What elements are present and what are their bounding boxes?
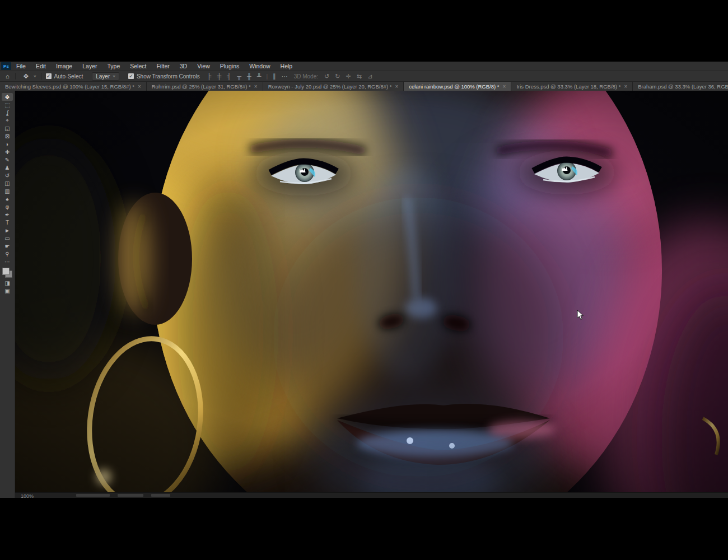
menu-3d[interactable]: 3D	[175, 63, 192, 69]
menu-file[interactable]: File	[11, 63, 31, 69]
menu-edit[interactable]: Edit	[31, 63, 51, 69]
doc-info-blob	[76, 494, 110, 497]
screen: Ps File Edit Image Layer Type Select Fil…	[0, 0, 728, 560]
more-align-options-icon[interactable]: ⋯	[279, 73, 291, 80]
history-brush-tool[interactable]: ↺	[2, 171, 13, 179]
auto-select-label: Auto-Select	[54, 73, 83, 80]
blur-tool[interactable]: ♠	[2, 195, 13, 203]
workspace: ✥ ⬚ ʆ ⌖ ◱ ⊠ ◗ ✚ ✎ ♟ ↺ ◫ ▥ ♠ φ ✒ T ► ▭ ☛	[0, 91, 728, 498]
menu-help[interactable]: Help	[276, 63, 298, 69]
screen-mode-button[interactable]: ▣	[2, 287, 13, 295]
doc-tab-roxweyn-july-20[interactable]: Roxweyn - July 20.psd @ 25% (Layer 20, R…	[263, 82, 404, 91]
options-bar: ⌂ ✥ ˅ ✓ Auto-Select Layer ˅ ✓ Show Trans…	[0, 71, 728, 82]
document-tab-bar: Bewitching Sleeves.psd @ 100% (Layer 15,…	[0, 82, 728, 91]
brush-tool[interactable]: ✎	[2, 156, 13, 164]
gradient-tool[interactable]: ▥	[2, 187, 13, 195]
clone-stamp-tool[interactable]: ♟	[2, 164, 13, 171]
doc-tab-bewitching-sleeves[interactable]: Bewitching Sleeves.psd @ 100% (Layer 15,…	[0, 82, 147, 91]
auto-select-option[interactable]: ✓ Auto-Select	[41, 73, 88, 80]
zoom-level-field[interactable]: 100%	[15, 493, 37, 498]
doc-tab-celani-rainbow-active[interactable]: celani rainbow.psd @ 100% (RGB/8) * ×	[404, 82, 511, 91]
menu-window[interactable]: Window	[244, 63, 275, 69]
menu-type[interactable]: Type	[102, 63, 125, 69]
tab-label: Braham.psd @ 33.3% (Layer 36, RGB/8) *	[638, 83, 728, 90]
zoom-tool[interactable]: ⚲	[2, 250, 13, 258]
status-bar: 100%	[15, 492, 728, 498]
document-canvas[interactable]: 100%	[15, 91, 728, 498]
3d-mode-label: 3D Mode:	[291, 73, 321, 80]
3d-orbit-icon[interactable]: ↺	[321, 73, 332, 80]
home-icon[interactable]: ⌂	[0, 73, 16, 80]
auto-select-target-dropdown[interactable]: Layer ˅	[92, 72, 119, 81]
menu-bar: Ps File Edit Image Layer Type Select Fil…	[0, 62, 728, 71]
photoshop-logo: Ps	[1, 62, 11, 70]
3d-pan-icon[interactable]: ✛	[343, 73, 353, 80]
doc-tab-braham[interactable]: Braham.psd @ 33.3% (Layer 36, RGB/8) * ×	[633, 82, 728, 91]
close-icon[interactable]: ×	[254, 83, 258, 90]
tab-label: Rohrrim.psd @ 25% (Layer 31, RGB/8#) *	[152, 83, 251, 90]
rectangular-marquee-tool[interactable]: ⬚	[2, 101, 13, 109]
show-transform-option[interactable]: ✓ Show Transform Controls	[124, 73, 204, 80]
foreground-color-swatch[interactable]	[2, 268, 10, 275]
dodge-tool[interactable]: φ	[2, 203, 13, 211]
menu-select[interactable]: Select	[125, 63, 151, 69]
move-tool-icon: ✥	[20, 73, 32, 80]
menu-filter[interactable]: Filter	[151, 63, 174, 69]
align-center-h-icon[interactable]: ╪	[214, 73, 225, 80]
eraser-tool[interactable]: ◫	[2, 179, 13, 187]
photoshop-window: Ps File Edit Image Layer Type Select Fil…	[0, 62, 728, 497]
move-tool[interactable]: ✥	[2, 93, 13, 101]
tab-label: celani rainbow.psd @ 100% (RGB/8) *	[409, 83, 499, 90]
chevron-down-icon: ˅	[113, 74, 115, 79]
show-transform-label: Show Transform Controls	[137, 73, 200, 80]
tab-label: Roxweyn - July 20.psd @ 25% (Layer 20, R…	[268, 83, 392, 90]
auto-select-checkbox[interactable]: ✓	[46, 73, 52, 79]
color-swatches[interactable]	[2, 268, 12, 278]
3d-roll-icon[interactable]: ↻	[332, 73, 343, 80]
align-top-icon[interactable]: ╥	[234, 73, 244, 80]
distribute-icon[interactable]: ∥	[270, 73, 279, 80]
crop-tool[interactable]: ◱	[2, 124, 13, 132]
current-tool-preset[interactable]: ✥ ˅	[16, 73, 41, 80]
menu-image[interactable]: Image	[51, 63, 77, 69]
portrait-image	[15, 91, 728, 493]
spot-healing-brush-tool[interactable]: ✚	[2, 148, 13, 156]
rectangle-tool[interactable]: ▭	[2, 234, 13, 242]
separator: |	[264, 73, 270, 80]
menu-plugins[interactable]: Plugins	[215, 63, 244, 69]
menu-view[interactable]: View	[192, 63, 215, 69]
menu-layer[interactable]: Layer	[77, 63, 102, 69]
show-transform-checkbox[interactable]: ✓	[128, 73, 134, 79]
lasso-tool[interactable]: ʆ	[2, 109, 13, 116]
pen-tool[interactable]: ✒	[2, 211, 13, 218]
type-tool[interactable]: T	[2, 218, 13, 226]
path-selection-tool[interactable]: ►	[2, 226, 13, 234]
auto-select-target-value: Layer	[96, 73, 110, 80]
close-icon[interactable]: ×	[395, 83, 398, 90]
hand-tool[interactable]: ☛	[2, 242, 13, 250]
tools-panel: ✥ ⬚ ʆ ⌖ ◱ ⊠ ◗ ✚ ✎ ♟ ↺ ◫ ▥ ♠ φ ✒ T ► ▭ ☛	[0, 91, 15, 498]
close-icon[interactable]: ×	[138, 83, 141, 90]
frame-tool[interactable]: ⊠	[2, 132, 13, 140]
doc-tab-rohrrim[interactable]: Rohrrim.psd @ 25% (Layer 31, RGB/8#) * ×	[147, 82, 263, 91]
doc-info-blob	[118, 494, 143, 497]
align-bottom-icon[interactable]: ╨	[254, 73, 264, 80]
close-icon[interactable]: ×	[503, 83, 506, 90]
align-middle-icon[interactable]: ╫	[244, 73, 254, 80]
tab-label: Iris Dress.psd @ 33.3% (Layer 18, RGB/8)…	[516, 83, 620, 90]
3d-zoom-icon[interactable]: ⊿	[365, 73, 375, 80]
doc-tab-iris-dress[interactable]: Iris Dress.psd @ 33.3% (Layer 18, RGB/8)…	[511, 82, 633, 91]
chevron-down-icon: ˅	[34, 74, 36, 79]
close-icon[interactable]: ×	[624, 83, 627, 90]
3d-slide-icon[interactable]: ⇆	[354, 73, 365, 80]
align-left-icon[interactable]: ╞	[204, 73, 214, 80]
tab-label: Bewitching Sleeves.psd @ 100% (Layer 15,…	[5, 83, 134, 90]
quick-mask-button[interactable]: ◨	[2, 279, 13, 287]
object-selection-tool[interactable]: ⌖	[2, 116, 13, 124]
align-right-icon[interactable]: ╡	[224, 73, 234, 80]
doc-info-blob	[151, 494, 170, 497]
eyedropper-tool[interactable]: ◗	[2, 140, 13, 148]
edit-toolbar-icon[interactable]: ⋯	[2, 258, 13, 265]
